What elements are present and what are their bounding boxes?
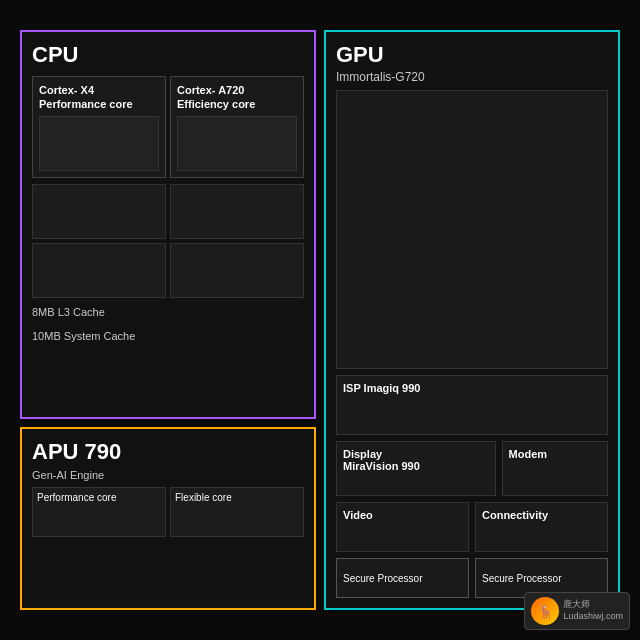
cache2-label: 10MB System Cache bbox=[32, 326, 304, 346]
gpu-section: GPU Immortalis-G720 ISP Imagiq 990 Displ… bbox=[324, 30, 620, 610]
apu-flex-label: Flexible core bbox=[175, 492, 299, 503]
modem-label: Modem bbox=[509, 448, 601, 460]
secure-block1: Secure Processor bbox=[336, 558, 469, 598]
cpu-title: CPU bbox=[32, 42, 304, 68]
display-modem-row: DisplayMiraVision 990 Modem bbox=[336, 441, 608, 496]
cpu-core1-block: Cortex- X4Performance core bbox=[32, 76, 166, 178]
secure-label2: Secure Processor bbox=[482, 573, 561, 584]
main-container: CPU Cortex- X4Performance core Cortex- A… bbox=[20, 30, 620, 610]
apu-cores-grid: Performance core Flexible core bbox=[32, 487, 304, 537]
gpu-subtitle: Immortalis-G720 bbox=[336, 70, 608, 84]
video-label: Video bbox=[343, 509, 462, 521]
cpu-core2-label: Cortex- A720Efficiency core bbox=[177, 83, 297, 112]
cpu-cell4 bbox=[170, 243, 304, 298]
connectivity-label: Connectivity bbox=[482, 509, 601, 521]
connectivity-block: Connectivity bbox=[475, 502, 608, 552]
cpu-core2-inner bbox=[177, 116, 297, 171]
cpu-cores-grid: Cortex- X4Performance core Cortex- A720E… bbox=[32, 76, 304, 178]
cpu-core2-block: Cortex- A720Efficiency core bbox=[170, 76, 304, 178]
cpu-core1-inner bbox=[39, 116, 159, 171]
cpu-row3 bbox=[32, 243, 304, 298]
modem-block: Modem bbox=[502, 441, 608, 496]
cpu-row2 bbox=[32, 184, 304, 239]
display-label: DisplayMiraVision 990 bbox=[343, 448, 489, 472]
apu-title: APU 790 bbox=[32, 439, 304, 465]
gpu-main-block bbox=[336, 90, 608, 369]
cpu-cell2 bbox=[170, 184, 304, 239]
isp-label: ISP Imagiq 990 bbox=[343, 382, 601, 394]
watermark-icon: 🦌 bbox=[531, 597, 559, 625]
isp-block: ISP Imagiq 990 bbox=[336, 375, 608, 435]
cpu-cell1 bbox=[32, 184, 166, 239]
apu-section: APU 790 Gen-AI Engine Performance core F… bbox=[20, 427, 316, 610]
apu-perf-core: Performance core bbox=[32, 487, 166, 537]
video-block: Video bbox=[336, 502, 469, 552]
apu-perf-label: Performance core bbox=[37, 492, 161, 503]
watermark-text: 鹿大师Ludashiwj.com bbox=[563, 599, 623, 622]
display-block: DisplayMiraVision 990 bbox=[336, 441, 496, 496]
apu-flex-core: Flexible core bbox=[170, 487, 304, 537]
watermark: 🦌 鹿大师Ludashiwj.com bbox=[524, 592, 630, 630]
secure-label1: Secure Processor bbox=[343, 573, 422, 584]
gpu-title: GPU bbox=[336, 42, 608, 68]
cpu-section: CPU Cortex- X4Performance core Cortex- A… bbox=[20, 30, 316, 419]
cache1-label: 8MB L3 Cache bbox=[32, 302, 304, 322]
apu-subtitle: Gen-AI Engine bbox=[32, 469, 304, 481]
cpu-core1-label: Cortex- X4Performance core bbox=[39, 83, 159, 112]
video-conn-row: Video Connectivity bbox=[336, 502, 608, 552]
cpu-cell3 bbox=[32, 243, 166, 298]
